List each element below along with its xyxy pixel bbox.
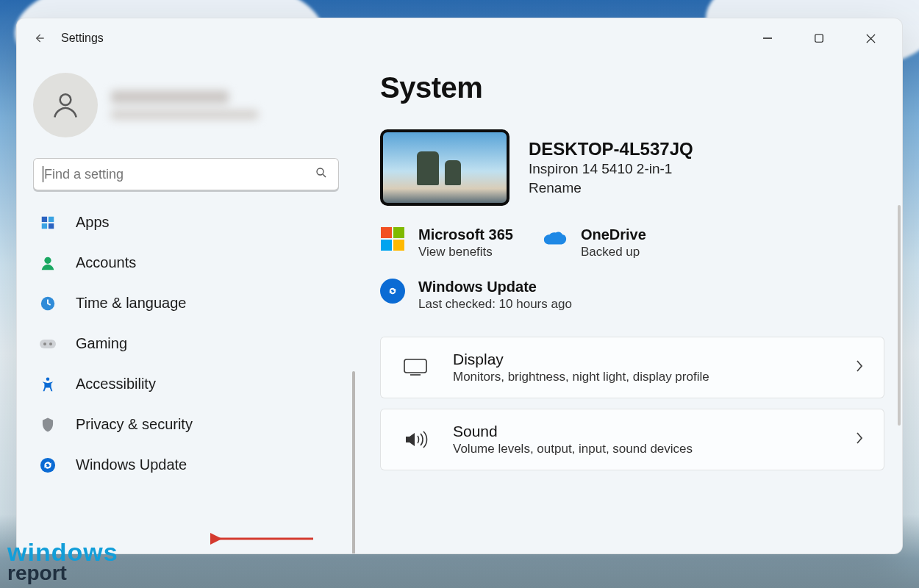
status-title: Windows Update bbox=[418, 279, 572, 295]
status-m365[interactable]: Microsoft 365 View benefits bbox=[380, 226, 513, 259]
display-icon bbox=[400, 354, 431, 381]
svg-rect-8 bbox=[49, 216, 54, 221]
status-sub: View benefits bbox=[418, 245, 513, 259]
card-sub: Monitors, brightness, night light, displ… bbox=[453, 370, 709, 384]
svg-rect-1 bbox=[815, 35, 823, 43]
sidebar-item-privacy[interactable]: Privacy & security bbox=[33, 413, 339, 436]
person-icon bbox=[49, 89, 82, 121]
status-windows-update[interactable]: Windows Update Last checked: 10 hours ag… bbox=[380, 279, 884, 312]
status-title: Microsoft 365 bbox=[418, 226, 513, 243]
maximize-icon bbox=[814, 33, 824, 43]
card-title: Sound bbox=[453, 423, 693, 440]
time-language-icon bbox=[37, 295, 58, 312]
svg-rect-9 bbox=[42, 223, 47, 228]
device-thumbnail bbox=[380, 129, 509, 206]
chevron-right-icon bbox=[854, 431, 865, 448]
sidebar-item-label: Accessibility bbox=[76, 376, 156, 392]
svg-rect-10 bbox=[49, 223, 54, 228]
sidebar: Apps Accounts Time & language bbox=[17, 58, 355, 553]
svg-point-5 bbox=[317, 168, 323, 175]
user-name-redacted bbox=[111, 90, 258, 120]
sidebar-item-accessibility[interactable]: Accessibility bbox=[33, 373, 339, 395]
sidebar-item-label: Accounts bbox=[76, 254, 136, 271]
rename-link[interactable]: Rename bbox=[529, 180, 693, 196]
accessibility-icon bbox=[37, 376, 58, 392]
privacy-icon bbox=[37, 417, 58, 433]
device-row: DESKTOP-4L537JQ Inspiron 14 5410 2-in-1 … bbox=[380, 129, 884, 206]
svg-point-4 bbox=[60, 94, 71, 105]
back-button[interactable] bbox=[27, 26, 51, 50]
minimize-icon bbox=[762, 32, 773, 44]
svg-rect-7 bbox=[42, 216, 47, 221]
sidebar-nav: Apps Accounts Time & language bbox=[33, 211, 339, 476]
microsoft-icon bbox=[380, 226, 405, 251]
apps-icon bbox=[37, 215, 58, 231]
sync-icon bbox=[380, 279, 405, 304]
window-title: Settings bbox=[61, 32, 104, 45]
titlebar: Settings bbox=[17, 18, 902, 58]
search-box[interactable] bbox=[33, 158, 339, 190]
status-onedrive[interactable]: OneDrive Backed up bbox=[543, 226, 646, 259]
sidebar-item-label: Apps bbox=[76, 214, 110, 231]
svg-point-11 bbox=[44, 257, 51, 263]
sidebar-item-label: Windows Update bbox=[76, 456, 187, 473]
close-button[interactable] bbox=[854, 26, 887, 50]
device-name: DESKTOP-4L537JQ bbox=[529, 139, 693, 159]
sidebar-item-label: Time & language bbox=[76, 295, 186, 312]
sound-icon bbox=[400, 426, 431, 453]
card-sub: Volume levels, output, input, sound devi… bbox=[453, 442, 693, 456]
back-arrow-icon bbox=[32, 31, 46, 46]
settings-window: Settings bbox=[16, 18, 903, 554]
main-content: System DESKTOP-4L537JQ Inspiron 14 5410 … bbox=[355, 58, 902, 553]
status-sub: Last checked: 10 hours ago bbox=[418, 297, 572, 312]
content-scrollbar[interactable] bbox=[898, 205, 901, 426]
accounts-icon bbox=[37, 255, 58, 271]
card-title: Display bbox=[453, 351, 709, 368]
sidebar-item-accounts[interactable]: Accounts bbox=[33, 251, 339, 274]
page-title: System bbox=[380, 71, 884, 104]
sidebar-item-label: Privacy & security bbox=[76, 416, 193, 433]
sidebar-item-apps[interactable]: Apps bbox=[33, 211, 339, 234]
svg-line-6 bbox=[323, 174, 326, 177]
sidebar-item-time-language[interactable]: Time & language bbox=[33, 292, 339, 315]
close-icon bbox=[865, 33, 876, 44]
user-profile[interactable] bbox=[33, 73, 339, 137]
svg-point-16 bbox=[46, 377, 50, 381]
svg-point-17 bbox=[40, 457, 55, 472]
settings-card-display[interactable]: Display Monitors, brightness, night ligh… bbox=[380, 337, 884, 398]
svg-point-15 bbox=[49, 343, 52, 345]
maximize-button[interactable] bbox=[802, 26, 836, 50]
windows-update-icon bbox=[37, 457, 58, 473]
sidebar-item-windows-update[interactable]: Windows Update bbox=[33, 453, 339, 476]
avatar bbox=[33, 73, 98, 137]
svg-rect-18 bbox=[404, 359, 426, 373]
status-title: OneDrive bbox=[581, 226, 646, 243]
svg-rect-13 bbox=[40, 340, 56, 348]
text-caret bbox=[43, 166, 43, 182]
search-input[interactable] bbox=[44, 167, 315, 182]
device-model: Inspiron 14 5410 2-in-1 bbox=[529, 161, 693, 177]
sidebar-item-gaming[interactable]: Gaming bbox=[33, 332, 339, 355]
status-sub: Backed up bbox=[581, 245, 646, 259]
caption-buttons bbox=[751, 26, 892, 50]
minimize-button[interactable] bbox=[751, 26, 784, 50]
onedrive-icon bbox=[543, 226, 568, 251]
gaming-icon bbox=[37, 337, 58, 351]
settings-card-sound[interactable]: Sound Volume levels, output, input, soun… bbox=[380, 409, 884, 470]
search-icon bbox=[315, 166, 328, 182]
sidebar-item-label: Gaming bbox=[76, 335, 127, 352]
chevron-right-icon bbox=[854, 359, 865, 376]
svg-point-14 bbox=[43, 343, 46, 345]
